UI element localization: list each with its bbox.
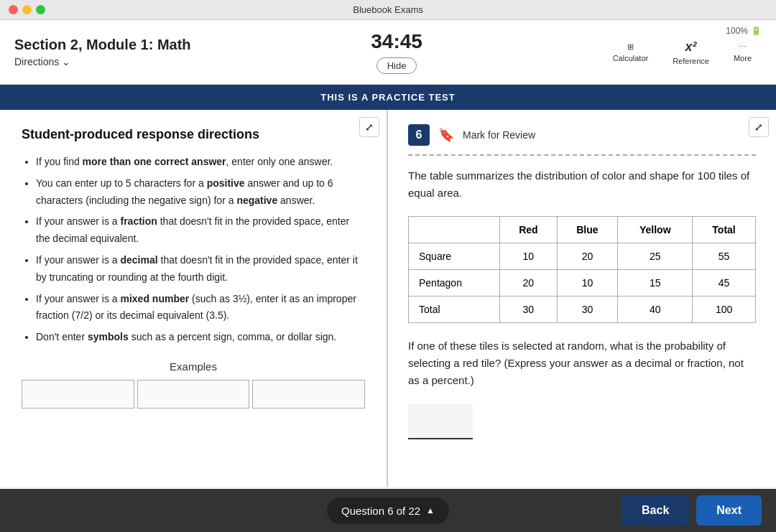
bottom-bar: Question 6 of 22 ▲ Back Next	[0, 489, 776, 532]
back-button[interactable]: Back	[622, 495, 689, 526]
top-nav: Section 2, Module 1: Math Directions ⌄ 3…	[0, 20, 776, 85]
main-content: ⤢ Student-produced response directions I…	[0, 110, 776, 487]
table-cell-pentagon-red: 20	[500, 270, 557, 297]
more-button[interactable]: ⋯ More	[724, 38, 762, 67]
direction-item-4: If your answer is a decimal that doesn't…	[36, 252, 365, 286]
question-intro-text: The table summarizes the distribution of…	[408, 167, 756, 202]
table-cell-total-label: Total	[409, 297, 500, 323]
examples-boxes	[22, 380, 365, 409]
battery-info: 100% 🔋	[726, 26, 762, 36]
directions-title: Student-produced response directions	[22, 127, 365, 142]
question-progress[interactable]: Question 6 of 22 ▲	[327, 498, 449, 524]
battery-percent: 100%	[726, 26, 748, 36]
table-header-shape	[409, 217, 500, 243]
direction-item-1: If you find more than one correct answer…	[36, 154, 365, 171]
examples-section: Examples	[22, 360, 365, 409]
directions-label: Directions	[14, 56, 59, 67]
reference-label: Reference	[673, 57, 709, 65]
table-cell-square-yellow: 25	[618, 243, 693, 270]
question-number-badge: 6	[408, 124, 430, 146]
maximize-button[interactable]	[36, 5, 45, 14]
more-label: More	[734, 54, 752, 62]
minimize-button[interactable]	[22, 5, 32, 14]
right-expand-button[interactable]: ⤢	[749, 117, 769, 137]
table-header-yellow: Yellow	[618, 217, 693, 243]
directions-list: If you find more than one correct answer…	[22, 154, 365, 346]
practice-banner: THIS IS A PRACTICE TEST	[0, 85, 776, 110]
table-cell-square-label: Square	[409, 243, 500, 270]
close-button[interactable]	[9, 5, 18, 14]
table-header-blue: Blue	[557, 217, 618, 243]
examples-title: Examples	[22, 360, 365, 373]
table-header-red: Red	[500, 217, 557, 243]
question-body-text: If one of these tiles is selected at ran…	[408, 337, 756, 389]
next-button[interactable]: Next	[696, 495, 762, 526]
window-title: Bluebook Exams	[353, 4, 423, 15]
direction-item-2: You can enter up to 5 characters for a p…	[36, 175, 365, 210]
table-cell-total-total: 100	[693, 297, 756, 323]
timer-display: 34:45	[371, 30, 422, 53]
hide-timer-button[interactable]: Hide	[377, 57, 417, 74]
left-panel: ⤢ Student-produced response directions I…	[0, 110, 388, 487]
direction-item-3: If your answer is a fraction that doesn'…	[36, 213, 365, 248]
table-cell-pentagon-yellow: 15	[618, 270, 693, 297]
data-table: Red Blue Yellow Total Square 10 20 25 55…	[408, 216, 756, 323]
calculator-icon: ⊞	[627, 42, 634, 52]
title-bar: Bluebook Exams	[0, 0, 776, 20]
mark-review-label[interactable]: Mark for Review	[463, 129, 535, 141]
reference-icon: x²	[685, 39, 697, 55]
table-cell-total-blue: 30	[557, 297, 618, 323]
progress-label: Question 6 of 22	[341, 505, 420, 517]
table-cell-pentagon-label: Pentagon	[409, 270, 500, 297]
example-box-1	[22, 380, 134, 409]
direction-item-5: If your answer is a mixed number (such a…	[36, 291, 365, 325]
chevron-up-icon: ▲	[426, 505, 435, 515]
table-cell-total-red: 30	[500, 297, 557, 323]
calculator-button[interactable]: ⊞ Calculator	[603, 38, 659, 67]
nav-right: 100% 🔋 ⊞ Calculator x² Reference ⋯ More	[603, 35, 762, 70]
bottom-nav-buttons: Back Next	[622, 495, 762, 526]
calculator-label: Calculator	[613, 54, 649, 62]
practice-banner-text: THIS IS A PRACTICE TEST	[320, 92, 455, 103]
table-cell-total-yellow: 40	[618, 297, 693, 323]
chevron-down-icon: ⌄	[62, 56, 70, 67]
nav-center: 34:45 Hide	[371, 30, 422, 74]
table-cell-pentagon-blue: 10	[557, 270, 618, 297]
nav-left: Section 2, Module 1: Math Directions ⌄	[14, 37, 191, 67]
table-cell-square-total: 55	[693, 243, 756, 270]
right-expand-icon: ⤢	[754, 121, 763, 133]
left-expand-button[interactable]: ⤢	[359, 117, 379, 137]
directions-button[interactable]: Directions ⌄	[14, 56, 191, 67]
direction-item-6: Don't enter symbols such as a percent si…	[36, 329, 365, 346]
question-header: 6 🔖 Mark for Review	[408, 124, 756, 156]
table-row: Total 30 30 40 100	[409, 297, 756, 323]
window-controls[interactable]	[9, 5, 45, 14]
table-row: Square 10 20 25 55	[409, 243, 756, 270]
bookmark-icon[interactable]: 🔖	[438, 127, 454, 143]
table-cell-pentagon-total: 45	[693, 270, 756, 297]
right-panel: ⤢ 6 🔖 Mark for Review The table summariz…	[388, 110, 776, 487]
expand-icon: ⤢	[365, 121, 374, 133]
section-title: Section 2, Module 1: Math	[14, 37, 191, 53]
table-cell-square-red: 10	[500, 243, 557, 270]
example-box-2	[137, 380, 250, 409]
reference-button[interactable]: x² Reference	[662, 35, 719, 70]
table-row: Pentagon 20 10 15 45	[409, 270, 756, 297]
table-cell-square-blue: 20	[557, 243, 618, 270]
answer-input[interactable]	[408, 403, 473, 439]
table-header-total: Total	[693, 217, 756, 243]
example-box-3	[252, 380, 365, 409]
table-header-row: Red Blue Yellow Total	[409, 217, 756, 243]
battery-icon: 🔋	[751, 26, 762, 36]
more-icon: ⋯	[739, 42, 747, 52]
